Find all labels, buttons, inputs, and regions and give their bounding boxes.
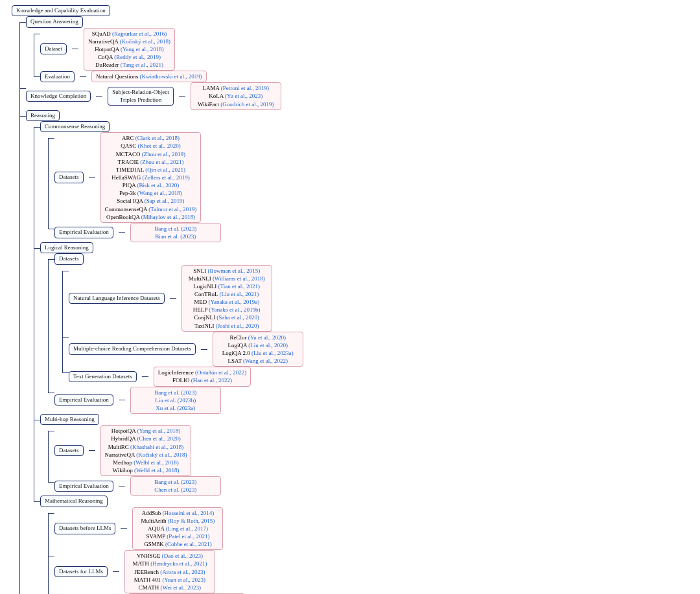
qa-dataset-leaf: SQuAD (Rajpurkar et al., 2016) Narrative…	[84, 28, 175, 71]
logical-emp-leaf: Bang et al. (2023) Liu et al. (2023b) Xu…	[130, 387, 221, 414]
multihop-ds-node: Datasets	[54, 445, 84, 456]
taxonomy-tree: Knowledge and Capability Evaluation Ques…	[5, 5, 695, 594]
cs-datasets-node: Datasets	[54, 172, 84, 183]
multihop-emp-node: Empirical Evaluation	[54, 481, 113, 492]
math-node: Mathematical Reasoning	[40, 496, 108, 507]
qa-dataset-node: Dataset	[40, 43, 67, 54]
kc-sro-node: Subject-Relation-ObjectTriples Predictio…	[108, 87, 173, 106]
multihop-emp-leaf: Bang et al. (2023) Chen et al. (2023)	[130, 476, 221, 496]
math-pre-leaf: AddSub (Hosseini et al., 2014) MultiArit…	[132, 507, 223, 551]
cs-emp-leaf: Bang et al. (2023) Bian et al. (2023)	[130, 223, 221, 242]
logical-emp-node: Empirical Evaluation	[54, 394, 113, 406]
cs-emp-node: Empirical Evaluation	[54, 227, 113, 238]
logical-datasets-node: Datasets	[54, 253, 84, 264]
qa-eval-leaf: Natural Questions (Kwiatkowski et al., 2…	[91, 71, 207, 82]
cs-datasets-leaf: ARC (Clark et al., 2018) QASC (Khot et a…	[100, 132, 202, 223]
qa-node: Question Answering	[26, 16, 83, 27]
math-for-leaf: VNHSGE (Dao et al., 2023) MATH (Hendryck…	[124, 550, 215, 593]
multihop-node: Multi-hop Reasoning	[40, 414, 99, 425]
multihop-ds-leaf: HotpotQA (Yang et al., 2018) HybridQA (C…	[100, 425, 192, 476]
logical-node: Logical Reasoning	[40, 242, 93, 253]
cs-node: Commonsense Reasoning	[40, 121, 110, 132]
qa-eval-node: Evaluation	[40, 71, 75, 82]
kc-leaf: LAMA (Petroni et al., 2019) KoLA (Yu et …	[191, 82, 281, 109]
kc-node: Knowledge Completion	[26, 91, 91, 102]
tg-node: Text Generation Datasets	[69, 371, 137, 382]
nli-node: Natural Language Inference Datasets	[69, 293, 165, 304]
math-for-node: Datasets for LLMs	[54, 566, 108, 577]
math-pre-node: Datasets before LLMs	[54, 523, 115, 534]
reasoning-node: Reasoning	[26, 110, 60, 121]
mcrc-leaf: ReClor (Yu et al., 2020) LogiQA (Liu et …	[213, 332, 303, 367]
nli-leaf: SNLI (Bowman et al., 2015) MultiNLI (Wil…	[181, 265, 272, 332]
root-node: Knowledge and Capability Evaluation	[12, 5, 110, 16]
tg-leaf: LogicInference (Ontañón et al., 2022) FO…	[154, 367, 251, 386]
mcrc-node: Multiple-choice Reading Comprehension Da…	[69, 343, 196, 354]
